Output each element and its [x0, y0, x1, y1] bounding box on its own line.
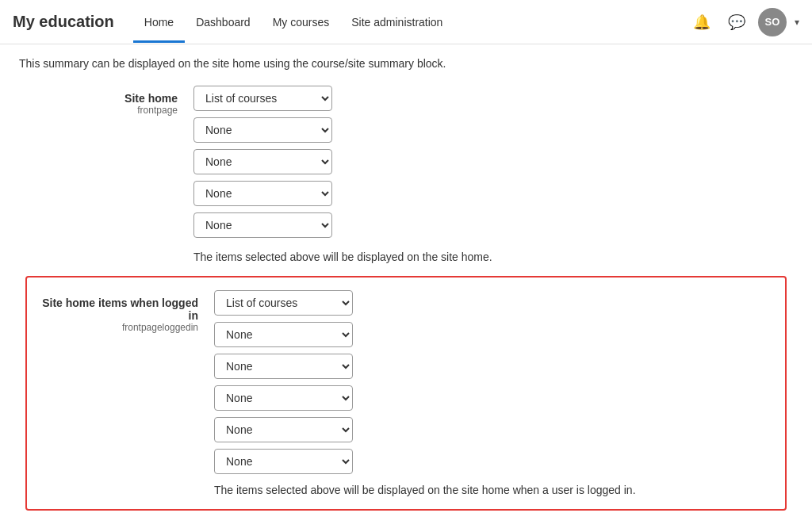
avatar[interactable]: SO — [758, 8, 787, 36]
logged-in-select-4[interactable]: None List of courses — [214, 417, 353, 442]
site-home-logged-in-section: Site home items when logged in frontpage… — [25, 276, 787, 511]
brand[interactable]: My education — [13, 13, 114, 31]
nav-dashboard[interactable]: Dashboard — [185, 2, 262, 43]
site-home-select-3[interactable]: None List of courses — [193, 181, 332, 206]
site-home-select-0[interactable]: List of courses None Enrolled courses — [193, 86, 332, 111]
nav-links: Home Dashboard My courses Site administr… — [133, 2, 688, 43]
site-home-label: Site home — [19, 92, 178, 105]
site-home-label-col: Site home frontpage — [19, 86, 193, 116]
nav-my-courses[interactable]: My courses — [262, 2, 341, 43]
site-home-logged-in-label-col: Site home items when logged in frontpage… — [40, 290, 214, 333]
logged-in-info: The items selected above will be display… — [40, 484, 772, 496]
logged-in-select-3[interactable]: None List of courses — [214, 385, 353, 411]
site-home-logged-in-row: Site home items when logged in frontpage… — [40, 290, 772, 474]
logged-in-select-1[interactable]: None List of courses — [214, 322, 353, 347]
nav-right: 🔔 💬 SO ▾ — [688, 8, 799, 36]
site-home-select-1[interactable]: None List of courses — [193, 117, 332, 143]
site-home-controls: List of courses None Enrolled courses No… — [193, 86, 793, 238]
nav-site-admin[interactable]: Site administration — [340, 2, 454, 43]
summary-text: This summary can be displayed on the sit… — [19, 57, 793, 70]
site-home-row: Site home frontpage List of courses None… — [19, 86, 793, 238]
site-home-logged-in-controls: List of courses None Enrolled courses No… — [214, 290, 772, 474]
bell-icon[interactable]: 🔔 — [688, 9, 715, 36]
site-home-logged-in-label: Site home items when logged in — [40, 297, 198, 322]
logged-in-select-2[interactable]: None List of courses — [214, 354, 353, 379]
site-home-sublabel: frontpage — [19, 105, 178, 116]
settings-area: This summary can be displayed on the sit… — [0, 44, 812, 532]
site-home-select-4[interactable]: None List of courses — [193, 212, 332, 238]
nav-home[interactable]: Home — [133, 2, 185, 43]
main-content: This summary can be displayed on the sit… — [0, 44, 812, 532]
navbar: My education Home Dashboard My courses S… — [0, 0, 812, 44]
logged-in-select-5[interactable]: None List of courses — [214, 449, 353, 474]
site-home-logged-in-sublabel: frontpageloggedin — [40, 322, 198, 333]
logged-in-select-0[interactable]: List of courses None Enrolled courses — [214, 290, 353, 316]
chevron-down-icon[interactable]: ▾ — [795, 17, 799, 28]
site-home-info: The items selected above will be display… — [19, 251, 793, 263]
site-home-select-2[interactable]: None List of courses — [193, 149, 332, 174]
chat-icon[interactable]: 💬 — [723, 9, 750, 36]
